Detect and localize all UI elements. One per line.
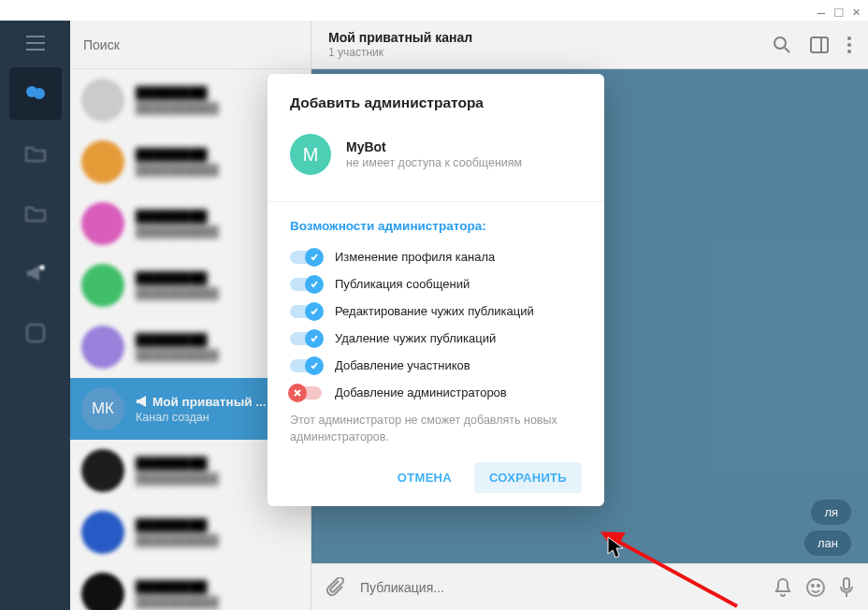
svg-point-8 xyxy=(847,50,851,53)
modal-title: Добавить администратора xyxy=(290,94,582,111)
svg-point-4 xyxy=(774,37,786,49)
compose-bar xyxy=(311,563,868,610)
avatar xyxy=(81,264,124,307)
date-chip: ля xyxy=(811,500,851,525)
permission-label: Изменение профиля канала xyxy=(335,250,495,264)
chat-subtitle: 1 участник xyxy=(328,46,754,59)
nav-pro[interactable] xyxy=(9,307,62,359)
permission-row: Публикация сообщений xyxy=(290,277,582,291)
permission-label: Удаление чужих публикаций xyxy=(335,331,496,345)
sidebar-toggle-icon[interactable] xyxy=(810,36,829,53)
permission-toggle[interactable] xyxy=(290,305,322,318)
nav-rail xyxy=(0,21,70,610)
permission-row: Добавление участников xyxy=(290,358,582,372)
chat-row-sub: ██████████ xyxy=(136,534,299,547)
add-admin-modal: Добавить администратора М MyBot не имеет… xyxy=(268,74,604,506)
compose-input[interactable] xyxy=(360,580,760,595)
permission-row: Редактирование чужих публикаций xyxy=(290,304,582,318)
permission-toggle[interactable] xyxy=(290,278,322,291)
bot-row[interactable]: М MyBot не имеет доступа к сообщениям xyxy=(290,134,582,175)
window-controls: – □ × xyxy=(817,4,861,20)
permission-toggle[interactable] xyxy=(290,386,322,399)
search-bar xyxy=(70,21,311,69)
more-icon[interactable] xyxy=(847,36,851,53)
svg-point-9 xyxy=(807,579,824,596)
avatar xyxy=(81,511,124,554)
chat-title[interactable]: Мой приватный канал xyxy=(328,30,754,45)
permission-label: Редактирование чужих публикаций xyxy=(335,304,534,318)
minimize-icon[interactable]: – xyxy=(817,4,825,20)
avatar xyxy=(81,202,124,245)
permission-row: Удаление чужих публикаций xyxy=(290,331,582,345)
svg-point-11 xyxy=(817,585,819,587)
chat-row[interactable]: ██████████████████ xyxy=(70,501,311,563)
nav-all-chats[interactable] xyxy=(9,67,62,120)
svg-rect-3 xyxy=(27,325,44,341)
permission-row: Добавление администраторов xyxy=(290,385,582,399)
permission-toggle[interactable] xyxy=(290,332,322,345)
svg-point-2 xyxy=(39,265,45,270)
maximize-icon[interactable]: □ xyxy=(834,4,843,20)
notifications-icon[interactable] xyxy=(774,578,791,597)
avatar xyxy=(81,326,124,369)
permission-label: Добавление администраторов xyxy=(335,385,507,399)
modal-section-title: Возможности администратора: xyxy=(290,219,582,233)
avatar xyxy=(81,573,124,610)
search-icon[interactable] xyxy=(773,36,791,54)
svg-point-6 xyxy=(847,36,851,40)
nav-channels[interactable] xyxy=(9,247,62,299)
svg-point-10 xyxy=(812,585,814,587)
chat-row[interactable]: ██████████████████ xyxy=(70,563,311,610)
nav-folder-2[interactable] xyxy=(9,187,62,240)
avatar xyxy=(81,79,124,122)
avatar: МК xyxy=(81,387,124,430)
svg-point-1 xyxy=(34,88,45,99)
permission-row: Изменение профиля канала xyxy=(290,250,582,264)
emoji-icon[interactable] xyxy=(806,578,825,597)
modal-note: Этот администратор не сможет добавлять н… xyxy=(290,413,582,445)
bot-name: MyBot xyxy=(346,139,522,154)
svg-rect-5 xyxy=(811,37,828,52)
chat-row-title: ████████ xyxy=(136,518,299,532)
svg-point-7 xyxy=(847,43,851,47)
svg-rect-12 xyxy=(844,578,849,589)
mic-icon[interactable] xyxy=(840,577,853,598)
save-button[interactable]: СОХРАНИТЬ xyxy=(474,462,582,493)
permission-toggle[interactable] xyxy=(290,251,322,264)
permission-label: Публикация сообщений xyxy=(335,277,470,291)
avatar xyxy=(81,449,124,492)
menu-icon[interactable] xyxy=(26,36,45,51)
bot-avatar: М xyxy=(290,134,331,175)
search-input[interactable] xyxy=(83,37,297,52)
chat-row-title: ████████ xyxy=(136,580,299,594)
avatar xyxy=(81,140,124,183)
divider xyxy=(268,201,604,202)
chat-row-sub: ██████████ xyxy=(136,596,299,609)
close-icon[interactable]: × xyxy=(852,4,861,20)
nav-folder-1[interactable] xyxy=(9,127,62,180)
permission-label: Добавление участников xyxy=(335,358,470,372)
attach-icon[interactable] xyxy=(326,577,345,598)
chat-header: Мой приватный канал 1 участник xyxy=(311,21,868,69)
bot-sub: не имеет доступа к сообщениям xyxy=(346,156,522,169)
permission-toggle[interactable] xyxy=(290,359,322,372)
cancel-button[interactable]: ОТМЕНА xyxy=(383,462,467,493)
message-bubble: лан xyxy=(804,530,851,556)
